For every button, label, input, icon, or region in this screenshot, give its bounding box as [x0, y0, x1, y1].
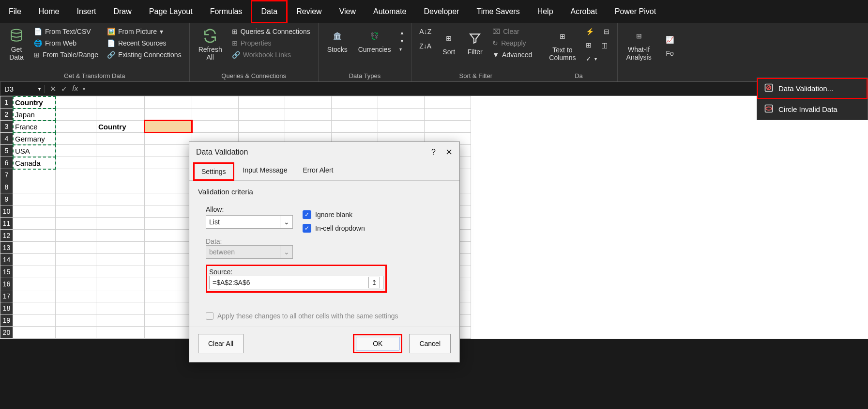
- row-header[interactable]: 2: [0, 109, 13, 121]
- row-header[interactable]: 4: [0, 133, 13, 145]
- recent-sources-button[interactable]: 📄Recent Sources: [104, 38, 184, 48]
- cell[interactable]: [13, 242, 56, 254]
- row-header[interactable]: 15: [0, 266, 13, 278]
- cell[interactable]: Canada: [13, 157, 56, 169]
- cell[interactable]: [145, 230, 192, 242]
- cell[interactable]: [285, 109, 332, 121]
- from-picture-button[interactable]: 🖼️From Picture▾: [104, 26, 184, 37]
- cell[interactable]: [96, 327, 145, 339]
- cell[interactable]: [56, 290, 96, 302]
- row-header[interactable]: 16: [0, 278, 13, 290]
- get-data-button[interactable]: Get Data: [5, 26, 28, 63]
- tab-help[interactable]: Help: [529, 0, 562, 23]
- ok-button[interactable]: OK: [356, 337, 399, 339]
- cell[interactable]: [332, 96, 378, 109]
- cell[interactable]: [56, 315, 96, 327]
- cell[interactable]: [96, 218, 145, 230]
- row-header[interactable]: 19: [0, 315, 13, 327]
- cell[interactable]: [96, 133, 145, 145]
- cell[interactable]: [13, 266, 56, 278]
- close-icon[interactable]: ✕: [445, 147, 453, 157]
- row-header[interactable]: 20: [0, 327, 13, 339]
- cell[interactable]: [145, 327, 192, 339]
- cell[interactable]: [145, 266, 192, 278]
- cell[interactable]: [96, 169, 145, 181]
- tab-page-layout[interactable]: Page Layout: [140, 0, 201, 23]
- cell[interactable]: [285, 96, 332, 109]
- tab-acrobat[interactable]: Acrobat: [562, 0, 606, 23]
- cell[interactable]: [56, 242, 96, 254]
- cell[interactable]: [145, 181, 192, 193]
- allow-select[interactable]: List ⌄: [206, 215, 293, 229]
- range-picker-icon[interactable]: ↥: [368, 277, 380, 288]
- data-types-nav[interactable]: ▲ ▼ ▾: [397, 26, 406, 55]
- tab-settings[interactable]: Settings: [193, 162, 234, 181]
- cell[interactable]: USA: [13, 145, 56, 157]
- name-box[interactable]: D3▾: [0, 85, 45, 93]
- sort-desc-button[interactable]: Z↓A: [416, 41, 434, 51]
- chevron-down-icon[interactable]: ▼: [399, 38, 404, 44]
- cell[interactable]: [145, 157, 192, 169]
- cell[interactable]: [145, 315, 192, 327]
- cell[interactable]: [145, 133, 192, 145]
- circle-invalid-menu-item[interactable]: Circle Invalid Data: [757, 99, 868, 120]
- cell[interactable]: [56, 133, 96, 145]
- cell[interactable]: [145, 205, 192, 218]
- tab-power-pivot[interactable]: Power Pivot: [606, 0, 665, 23]
- ignore-blank-checkbox[interactable]: ✓Ignore blank: [303, 210, 365, 219]
- cell[interactable]: [96, 96, 145, 109]
- cell[interactable]: [96, 315, 145, 327]
- row-header[interactable]: 9: [0, 193, 13, 205]
- cell[interactable]: [145, 278, 192, 290]
- cell[interactable]: [56, 157, 96, 169]
- cell[interactable]: [145, 302, 192, 315]
- tab-error-alert[interactable]: Error Alert: [296, 162, 340, 180]
- tab-data[interactable]: Data: [251, 0, 288, 23]
- tab-home[interactable]: Home: [30, 0, 68, 23]
- source-input[interactable]: =$A$2:$A$6 ↥: [209, 276, 383, 289]
- cell[interactable]: [96, 205, 145, 218]
- tab-input-message[interactable]: Input Message: [236, 162, 294, 180]
- cell[interactable]: [56, 230, 96, 242]
- data-validation-button[interactable]: ✓▾: [583, 53, 600, 64]
- refresh-all-button[interactable]: Refresh All: [195, 26, 226, 63]
- cell[interactable]: [96, 302, 145, 315]
- cell[interactable]: [145, 254, 192, 266]
- cell[interactable]: [378, 96, 425, 109]
- cell[interactable]: [96, 230, 145, 242]
- tab-automate[interactable]: Automate: [365, 0, 415, 23]
- cell[interactable]: [56, 302, 96, 315]
- row-header[interactable]: 3: [0, 121, 13, 133]
- cell[interactable]: [378, 109, 425, 121]
- tab-formulas[interactable]: Formulas: [201, 0, 251, 23]
- row-header[interactable]: 1: [0, 96, 13, 109]
- cell[interactable]: [13, 181, 56, 193]
- from-table-range-button[interactable]: ⊞From Table/Range: [31, 49, 101, 60]
- cell[interactable]: [13, 327, 56, 339]
- cell[interactable]: [13, 218, 56, 230]
- row-header[interactable]: 8: [0, 181, 13, 193]
- cell[interactable]: France: [13, 121, 56, 133]
- cell[interactable]: Country: [96, 121, 145, 133]
- cell[interactable]: [96, 254, 145, 266]
- row-header[interactable]: 5: [0, 145, 13, 157]
- cell[interactable]: [13, 230, 56, 242]
- text-to-columns-button[interactable]: ⊞ Text to Columns: [545, 26, 579, 64]
- row-header[interactable]: 6: [0, 157, 13, 169]
- cell[interactable]: Germany: [13, 133, 56, 145]
- row-header[interactable]: 18: [0, 302, 13, 315]
- fx-icon[interactable]: fx: [72, 84, 78, 93]
- cell[interactable]: [56, 96, 96, 109]
- cell[interactable]: Japan: [13, 109, 56, 121]
- cell[interactable]: [56, 145, 96, 157]
- in-cell-dropdown-checkbox[interactable]: ✓In-cell dropdown: [303, 224, 365, 233]
- stocks-button[interactable]: 🏛️ Stocks: [323, 26, 351, 55]
- cell[interactable]: [239, 121, 285, 133]
- consolidate-button[interactable]: ⊟: [601, 26, 612, 37]
- cell[interactable]: [13, 278, 56, 290]
- cell[interactable]: [145, 242, 192, 254]
- tab-draw[interactable]: Draw: [105, 0, 140, 23]
- cell[interactable]: [239, 109, 285, 121]
- cell[interactable]: [56, 109, 96, 121]
- sort-asc-button[interactable]: A↓Z: [416, 26, 434, 37]
